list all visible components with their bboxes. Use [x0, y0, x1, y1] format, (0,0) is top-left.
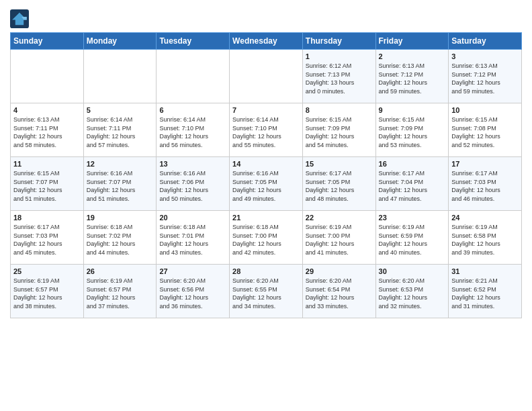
day-cell-23: 23Sunrise: 6:19 AM Sunset: 6:59 PM Dayli… [375, 211, 449, 265]
day-number: 27 [159, 267, 226, 275]
day-cell-18: 18Sunrise: 6:17 AM Sunset: 7:03 PM Dayli… [11, 211, 84, 265]
day-number: 15 [306, 160, 373, 168]
day-number: 5 [87, 106, 154, 114]
day-cell-21: 21Sunrise: 6:18 AM Sunset: 7:00 PM Dayli… [230, 211, 303, 265]
day-cell-empty-3 [230, 50, 303, 103]
day-info: Sunrise: 6:18 AM Sunset: 7:02 PM Dayligh… [87, 223, 154, 257]
day-cell-10: 10Sunrise: 6:15 AM Sunset: 7:08 PM Dayli… [449, 103, 522, 157]
day-cell-empty-2 [157, 50, 230, 103]
week-row-1: 1Sunrise: 6:12 AM Sunset: 7:13 PM Daylig… [11, 50, 522, 103]
day-cell-empty-1 [83, 50, 157, 103]
day-info: Sunrise: 6:12 AM Sunset: 7:13 PM Dayligh… [306, 62, 373, 95]
day-cell-2: 2Sunrise: 6:13 AM Sunset: 7:12 PM Daylig… [375, 50, 449, 103]
day-cell-14: 14Sunrise: 6:16 AM Sunset: 7:05 PM Dayli… [230, 157, 303, 211]
day-info: Sunrise: 6:18 AM Sunset: 7:00 PM Dayligh… [232, 223, 300, 257]
day-info: Sunrise: 6:15 AM Sunset: 7:09 PM Dayligh… [379, 116, 446, 149]
day-info: Sunrise: 6:16 AM Sunset: 7:07 PM Dayligh… [87, 169, 154, 203]
day-info: Sunrise: 6:17 AM Sunset: 7:03 PM Dayligh… [13, 223, 81, 257]
day-cell-16: 16Sunrise: 6:17 AM Sunset: 7:04 PM Dayli… [375, 157, 449, 211]
day-number: 8 [306, 106, 373, 114]
weekday-header-row: SundayMondayTuesdayWednesdayThursdayFrid… [11, 33, 522, 50]
weekday-header-wednesday: Wednesday [230, 33, 303, 50]
day-info: Sunrise: 6:17 AM Sunset: 7:04 PM Dayligh… [379, 169, 446, 203]
day-info: Sunrise: 6:19 AM Sunset: 6:59 PM Dayligh… [379, 223, 446, 257]
day-info: Sunrise: 6:13 AM Sunset: 7:11 PM Dayligh… [13, 116, 81, 149]
day-number: 29 [306, 267, 373, 275]
day-number: 31 [451, 267, 519, 275]
day-cell-29: 29Sunrise: 6:20 AM Sunset: 6:54 PM Dayli… [302, 265, 375, 318]
day-cell-17: 17Sunrise: 6:17 AM Sunset: 7:03 PM Dayli… [449, 157, 522, 211]
day-info: Sunrise: 6:19 AM Sunset: 7:00 PM Dayligh… [306, 223, 373, 257]
day-number: 14 [232, 160, 300, 168]
day-cell-5: 5Sunrise: 6:14 AM Sunset: 7:11 PM Daylig… [83, 103, 157, 157]
day-cell-1: 1Sunrise: 6:12 AM Sunset: 7:13 PM Daylig… [302, 50, 375, 103]
day-cell-22: 22Sunrise: 6:19 AM Sunset: 7:00 PM Dayli… [302, 211, 375, 265]
day-number: 30 [379, 267, 446, 275]
day-info: Sunrise: 6:16 AM Sunset: 7:06 PM Dayligh… [159, 169, 226, 203]
day-cell-15: 15Sunrise: 6:17 AM Sunset: 7:05 PM Dayli… [302, 157, 375, 211]
day-info: Sunrise: 6:18 AM Sunset: 7:01 PM Dayligh… [159, 223, 226, 257]
day-info: Sunrise: 6:13 AM Sunset: 7:12 PM Dayligh… [451, 62, 519, 95]
day-cell-27: 27Sunrise: 6:20 AM Sunset: 6:56 PM Dayli… [157, 265, 230, 318]
day-cell-7: 7Sunrise: 6:14 AM Sunset: 7:10 PM Daylig… [230, 103, 303, 157]
day-cell-8: 8Sunrise: 6:15 AM Sunset: 7:09 PM Daylig… [302, 103, 375, 157]
day-number: 28 [232, 267, 300, 275]
day-info: Sunrise: 6:13 AM Sunset: 7:12 PM Dayligh… [379, 62, 446, 95]
day-info: Sunrise: 6:20 AM Sunset: 6:53 PM Dayligh… [379, 277, 446, 310]
weekday-header-saturday: Saturday [449, 33, 522, 50]
day-cell-31: 31Sunrise: 6:21 AM Sunset: 6:52 PM Dayli… [449, 265, 522, 318]
day-number: 4 [13, 106, 81, 114]
day-number: 18 [13, 214, 81, 222]
day-info: Sunrise: 6:20 AM Sunset: 6:56 PM Dayligh… [159, 277, 226, 310]
day-cell-30: 30Sunrise: 6:20 AM Sunset: 6:53 PM Dayli… [375, 265, 449, 318]
day-info: Sunrise: 6:14 AM Sunset: 7:11 PM Dayligh… [87, 116, 154, 149]
day-number: 1 [306, 52, 373, 60]
header [10, 7, 522, 28]
weekday-header-tuesday: Tuesday [157, 33, 230, 50]
day-info: Sunrise: 6:15 AM Sunset: 7:08 PM Dayligh… [451, 116, 519, 149]
day-number: 6 [159, 106, 226, 114]
page-container: SundayMondayTuesdayWednesdayThursdayFrid… [0, 0, 532, 322]
week-row-3: 11Sunrise: 6:15 AM Sunset: 7:07 PM Dayli… [11, 157, 522, 211]
day-info: Sunrise: 6:20 AM Sunset: 6:54 PM Dayligh… [306, 277, 373, 310]
day-cell-12: 12Sunrise: 6:16 AM Sunset: 7:07 PM Dayli… [83, 157, 157, 211]
day-number: 3 [451, 52, 519, 60]
day-number: 24 [451, 214, 519, 222]
day-number: 21 [232, 214, 300, 222]
day-number: 17 [451, 160, 519, 168]
day-cell-26: 26Sunrise: 6:19 AM Sunset: 6:57 PM Dayli… [83, 265, 157, 318]
day-cell-11: 11Sunrise: 6:15 AM Sunset: 7:07 PM Dayli… [11, 157, 84, 211]
day-number: 26 [87, 267, 154, 275]
day-number: 13 [159, 160, 226, 168]
day-cell-19: 19Sunrise: 6:18 AM Sunset: 7:02 PM Dayli… [83, 211, 157, 265]
day-number: 11 [13, 160, 81, 168]
weekday-header-thursday: Thursday [302, 33, 375, 50]
day-info: Sunrise: 6:19 AM Sunset: 6:57 PM Dayligh… [13, 277, 81, 310]
weekday-header-friday: Friday [375, 33, 449, 50]
day-cell-4: 4Sunrise: 6:13 AM Sunset: 7:11 PM Daylig… [11, 103, 84, 157]
day-cell-3: 3Sunrise: 6:13 AM Sunset: 7:12 PM Daylig… [449, 50, 522, 103]
day-info: Sunrise: 6:16 AM Sunset: 7:05 PM Dayligh… [232, 169, 300, 203]
day-info: Sunrise: 6:15 AM Sunset: 7:09 PM Dayligh… [306, 116, 373, 149]
day-cell-empty-0 [11, 50, 84, 103]
day-info: Sunrise: 6:19 AM Sunset: 6:58 PM Dayligh… [451, 223, 519, 257]
day-cell-13: 13Sunrise: 6:16 AM Sunset: 7:06 PM Dayli… [157, 157, 230, 211]
day-info: Sunrise: 6:17 AM Sunset: 7:03 PM Dayligh… [451, 169, 519, 203]
day-cell-24: 24Sunrise: 6:19 AM Sunset: 6:58 PM Dayli… [449, 211, 522, 265]
day-number: 19 [87, 214, 154, 222]
day-info: Sunrise: 6:21 AM Sunset: 6:52 PM Dayligh… [451, 277, 519, 310]
day-info: Sunrise: 6:14 AM Sunset: 7:10 PM Dayligh… [159, 116, 226, 149]
day-cell-9: 9Sunrise: 6:15 AM Sunset: 7:09 PM Daylig… [375, 103, 449, 157]
day-cell-25: 25Sunrise: 6:19 AM Sunset: 6:57 PM Dayli… [11, 265, 84, 318]
day-info: Sunrise: 6:20 AM Sunset: 6:55 PM Dayligh… [232, 277, 300, 310]
week-row-2: 4Sunrise: 6:13 AM Sunset: 7:11 PM Daylig… [11, 103, 522, 157]
day-cell-20: 20Sunrise: 6:18 AM Sunset: 7:01 PM Dayli… [157, 211, 230, 265]
day-number: 10 [451, 106, 519, 114]
day-number: 25 [13, 267, 81, 275]
day-info: Sunrise: 6:17 AM Sunset: 7:05 PM Dayligh… [306, 169, 373, 203]
day-number: 16 [379, 160, 446, 168]
day-number: 9 [379, 106, 446, 114]
day-info: Sunrise: 6:14 AM Sunset: 7:10 PM Dayligh… [232, 116, 300, 149]
weekday-header-monday: Monday [83, 33, 157, 50]
day-cell-28: 28Sunrise: 6:20 AM Sunset: 6:55 PM Dayli… [230, 265, 303, 318]
